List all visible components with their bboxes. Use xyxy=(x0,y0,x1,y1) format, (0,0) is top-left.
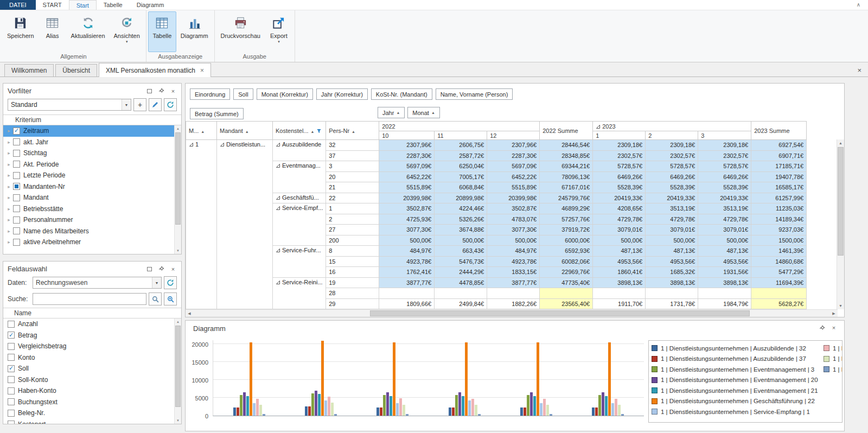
pivot-value-cell[interactable]: 4224,46€ xyxy=(435,203,487,214)
diagramm-button[interactable]: Diagramm xyxy=(176,11,213,52)
pivot-value-cell[interactable]: 4953,56€ xyxy=(593,256,646,267)
close-icon[interactable]: × xyxy=(169,88,177,94)
vorfilter-item[interactable]: ▸akt. Jahr xyxy=(3,137,174,148)
vorfilter-item[interactable]: ▸Mandant xyxy=(3,192,174,203)
pivot-value-cell[interactable] xyxy=(379,288,435,299)
pivot-row-area-header[interactable]: Kostenstel...▲ xyxy=(273,122,326,140)
checkbox[interactable] xyxy=(8,354,15,361)
pivot-value-cell[interactable]: 60082,06€ xyxy=(540,256,593,267)
pivot-kostenstelle-group-cell[interactable]: Service-Fuhr... xyxy=(273,246,326,278)
chart-bar[interactable] xyxy=(524,407,526,416)
pivot-value-cell[interactable]: 46899,29€ xyxy=(540,203,593,214)
pivot-value-cell[interactable]: 20899,98€ xyxy=(435,193,487,203)
pivot-value-cell[interactable]: 4725,93€ xyxy=(379,214,435,225)
chart-bar[interactable] xyxy=(618,405,621,416)
scroll-up-icon[interactable]: ▲ xyxy=(837,139,844,147)
pivot-value-cell[interactable]: 16585,17€ xyxy=(751,182,807,193)
pivot-pers-nr-cell[interactable]: 8 xyxy=(326,246,379,257)
chart-bar[interactable] xyxy=(543,399,546,416)
pivot-kostenstelle-group-cell[interactable]: Eventmanag... xyxy=(273,161,326,193)
pivot-value-cell[interactable]: 3674,88€ xyxy=(435,225,487,235)
chart-bar[interactable] xyxy=(311,393,314,416)
pivot-value-cell[interactable] xyxy=(435,288,487,299)
pivot-column-field-chip[interactable]: Jahr▲ xyxy=(378,107,405,118)
chart-bar[interactable] xyxy=(452,407,455,416)
expand-arrow-icon[interactable]: ▸ xyxy=(5,206,13,212)
chart-bar[interactable] xyxy=(399,398,402,416)
chart-bar[interactable] xyxy=(595,407,598,416)
chart-bar[interactable] xyxy=(253,403,256,416)
pivot-value-cell[interactable]: 28348,85€ xyxy=(540,150,593,161)
feldauswahl-item[interactable]: Konto xyxy=(3,352,174,364)
expand-arrow-icon[interactable]: ▸ xyxy=(5,184,13,189)
pivot-filter-field-chip[interactable]: KoSt-Nr. (Mandant) xyxy=(371,88,432,100)
filter-funnel-icon[interactable] xyxy=(316,129,322,133)
pivot-value-cell[interactable]: 2444,29€ xyxy=(435,267,487,278)
feldauswahl-scrollbar[interactable]: ▲ ▼ xyxy=(174,319,181,424)
chart-bar[interactable] xyxy=(458,392,461,416)
checkbox[interactable] xyxy=(13,138,20,145)
pivot-value-cell[interactable]: 5528,39€ xyxy=(698,182,751,193)
expand-triangle-icon[interactable] xyxy=(276,248,280,253)
pivot-value-cell[interactable]: 5728,57€ xyxy=(593,161,646,172)
feldauswahl-item[interactable]: Anzahl xyxy=(3,319,174,330)
pivot-value-cell[interactable]: 487,13€ xyxy=(646,246,698,257)
pivot-value-cell[interactable]: 245799,76€ xyxy=(540,193,593,203)
pivot-filter-field-chip[interactable]: Monat (Korrektur) xyxy=(257,88,313,100)
scroll-down-icon[interactable]: ▼ xyxy=(837,302,844,309)
checkbox[interactable] xyxy=(8,343,15,350)
chart-bar[interactable] xyxy=(328,397,330,416)
pivot-value-cell[interactable] xyxy=(646,288,698,299)
pivot-value-cell[interactable]: 3077,30€ xyxy=(487,225,540,235)
doc-tab-willkommen[interactable]: Willkommen xyxy=(4,64,54,77)
pivot-value-cell[interactable]: 6068,84€ xyxy=(435,182,487,193)
pivot-value-cell[interactable]: 3898,13€ xyxy=(646,277,698,288)
pivot-column-group-header[interactable]: 2022 xyxy=(379,122,540,131)
chart-bar[interactable] xyxy=(393,342,395,416)
pivot-column-header[interactable]: 12 xyxy=(487,131,540,140)
scroll-down-icon[interactable]: ▼ xyxy=(175,417,181,424)
pivot-value-cell[interactable]: 3079,01€ xyxy=(593,225,646,235)
chart-bar[interactable] xyxy=(324,400,327,416)
vorfilter-item[interactable]: ▸Stichtag xyxy=(3,148,174,159)
chart-bar[interactable] xyxy=(406,414,409,416)
chart-bar[interactable] xyxy=(537,342,539,416)
pivot-value-cell[interactable] xyxy=(593,288,646,299)
pivot-value-cell[interactable] xyxy=(751,288,807,299)
chart-bar[interactable] xyxy=(533,396,536,416)
legend-entry[interactable]: 1 | D xyxy=(824,354,843,365)
ribbon-tab-diagramm[interactable]: Diagramm xyxy=(130,0,171,10)
scrollbar-thumb[interactable] xyxy=(370,310,750,316)
pivot-value-cell[interactable]: 4923,78€ xyxy=(379,256,435,267)
pivot-pers-nr-cell[interactable]: 32 xyxy=(326,140,379,151)
pivot-column-header[interactable]: 1 xyxy=(593,131,646,140)
add-filter-button[interactable]: + xyxy=(133,98,146,111)
ribbon-tab-start-context[interactable]: Start xyxy=(69,0,97,10)
pivot-value-cell[interactable]: 4208,65€ xyxy=(593,203,646,214)
pivot-value-cell[interactable]: 5697,09€ xyxy=(487,161,540,172)
pivot-value-cell[interactable]: 6452,22€ xyxy=(487,171,540,182)
pivot-value-cell[interactable]: 5515,89€ xyxy=(487,182,540,193)
feldauswahl-item[interactable]: Buchungstext xyxy=(3,397,174,408)
pivot-value-cell[interactable]: 78096,13€ xyxy=(540,171,593,182)
expand-arrow-icon[interactable]: ▸ xyxy=(5,162,13,167)
pivot-kostenstelle-group-cell[interactable]: Auszubildende xyxy=(273,140,326,161)
pivot-column-header[interactable]: 3 xyxy=(698,131,751,140)
expand-triangle-icon[interactable] xyxy=(276,280,280,285)
checkbox[interactable] xyxy=(8,421,15,424)
pivot-value-cell[interactable]: 11694,39€ xyxy=(751,277,807,288)
pivot-value-cell[interactable]: 47735,40€ xyxy=(540,277,593,288)
pivot-value-cell[interactable]: 6452,22€ xyxy=(379,171,435,182)
checkbox[interactable] xyxy=(13,161,20,168)
scroll-up-icon[interactable]: ▲ xyxy=(175,125,181,132)
chart-bar[interactable] xyxy=(455,395,458,416)
pivot-value-cell[interactable]: 3898,13€ xyxy=(593,277,646,288)
pivot-value-cell[interactable]: 5477,29€ xyxy=(751,267,807,278)
pivot-value-cell[interactable]: 500,00€ xyxy=(435,235,487,246)
pivot-value-cell[interactable]: 500,00€ xyxy=(379,235,435,246)
chart-bar[interactable] xyxy=(383,395,386,416)
pivot-value-cell[interactable]: 1809,66€ xyxy=(379,298,435,309)
pin-icon[interactable] xyxy=(157,266,165,272)
chevron-down-icon[interactable]: ▼ xyxy=(152,277,161,288)
pivot-kostenstelle-group-cell[interactable]: Geschäftsfü... xyxy=(273,193,326,203)
